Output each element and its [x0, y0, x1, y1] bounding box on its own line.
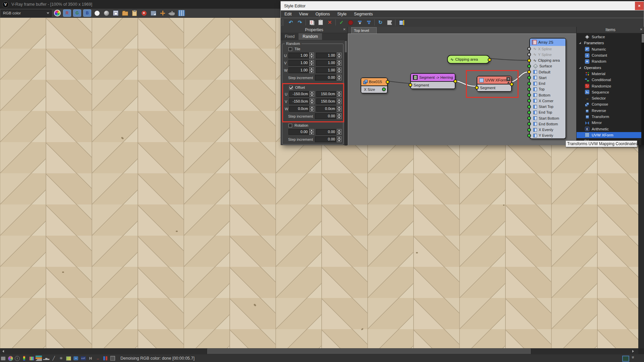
array-row-bottom[interactable]: Bottom — [530, 92, 566, 98]
spin-down[interactable] — [337, 139, 341, 142]
white-balance-button[interactable] — [93, 10, 101, 16]
offset-w-max-field[interactable]: 0.0cm — [316, 106, 336, 112]
array-row-y-evenly[interactable]: Y Evenly — [530, 133, 566, 138]
node-graph-canvas[interactable]: Box015 X Size Segment -> Herring Segment… — [348, 34, 576, 145]
panel-close-icon[interactable]: ✕ — [343, 27, 346, 31]
group-operators[interactable]: Operators — [577, 64, 644, 70]
preview-sphere-icon[interactable] — [7, 356, 13, 361]
input-pin-green[interactable] — [527, 122, 531, 126]
node-array-2s[interactable]: Array 2S ∿X Spline ∿Y Spline ∿Clipping a… — [529, 38, 566, 139]
spin-down[interactable] — [337, 70, 341, 73]
close-button[interactable]: ✕ — [635, 2, 644, 10]
refresh-button[interactable]: ↻ — [377, 19, 384, 26]
folder-icon[interactable] — [0, 356, 6, 361]
array-row-end[interactable]: End — [530, 81, 566, 86]
menu-segments[interactable]: Segments — [350, 10, 376, 18]
input-pin-green[interactable] — [527, 116, 531, 120]
item-uvw-xform-selected[interactable]: UVW XForm — [577, 132, 644, 138]
array-row-x-evenly[interactable]: X Evenly — [530, 127, 566, 133]
spin-up[interactable] — [337, 113, 341, 116]
apply-button[interactable]: ✓ — [338, 19, 345, 26]
offset-u-max-field[interactable]: 150.0cm — [316, 91, 336, 97]
histogram-icon[interactable]: ▂▅▃ — [43, 356, 49, 361]
render-last-button[interactable] — [168, 10, 176, 16]
input-pin-green[interactable] — [527, 128, 531, 132]
spin-up[interactable] — [337, 129, 341, 132]
array-row-top[interactable]: Top — [530, 86, 566, 92]
toolbar-grip[interactable] — [281, 19, 284, 26]
hsl-icon[interactable] — [29, 356, 35, 361]
offset-w-min-field[interactable]: 0.0cm — [289, 106, 309, 112]
group-parameters[interactable]: Parameters — [577, 40, 644, 46]
color-corrections-button[interactable] — [54, 10, 61, 16]
spin-down[interactable] — [309, 56, 314, 58]
item-material[interactable]: Material — [577, 71, 644, 77]
array-row-start-bottom[interactable]: Start Bottom — [530, 115, 566, 121]
input-pin-yellow[interactable] — [527, 70, 531, 74]
tile-w-max-field[interactable]: 1.00 — [316, 67, 336, 73]
node-segment-herringbone[interactable]: Segment -> Herring Segment — [410, 73, 455, 89]
input-pin-green[interactable] — [527, 134, 531, 137]
output-pin-yellow[interactable] — [488, 58, 491, 62]
paste-button[interactable] — [317, 19, 324, 26]
input-pin-green[interactable] — [527, 105, 531, 109]
array-row-x-spline[interactable]: ∿X Spline — [530, 46, 566, 52]
tab-random[interactable]: Random — [299, 33, 322, 40]
copy-button[interactable] — [308, 19, 315, 26]
stamp-icon[interactable] — [622, 356, 629, 362]
spin-down[interactable] — [310, 102, 314, 104]
input-pin-gray[interactable] — [527, 47, 531, 51]
items-scrollbar-thumb[interactable] — [642, 34, 644, 43]
input-pin-green[interactable] — [527, 111, 531, 114]
menu-style[interactable]: Style — [334, 10, 351, 18]
spin-down[interactable] — [309, 70, 314, 73]
rotation-max-field[interactable]: 0.00 — [316, 129, 336, 135]
spin-down[interactable] — [310, 94, 314, 97]
spin-up[interactable] — [309, 129, 314, 132]
tile-step-field[interactable]: 0.00 — [315, 75, 336, 80]
delete-button[interactable]: ✕ — [326, 19, 333, 26]
spin-up[interactable] — [337, 53, 341, 55]
tab-fixed[interactable]: Fixed — [281, 33, 299, 40]
redo-button[interactable]: ↷ — [297, 19, 303, 26]
panel-close-icon[interactable]: ✕ — [640, 27, 643, 31]
array-row-clipping-area[interactable]: ∿Clipping area — [530, 58, 566, 63]
item-mirror[interactable]: Mirror — [577, 120, 644, 126]
exposure-icon[interactable] — [36, 356, 42, 361]
item-reverse[interactable]: Reverse — [577, 108, 644, 114]
horizontal-scrollbar-thumb[interactable] — [207, 349, 531, 354]
spin-down[interactable] — [337, 56, 341, 58]
tile-u-max-field[interactable]: 1.00 — [316, 53, 336, 58]
properties-scrollbar[interactable] — [344, 40, 347, 145]
tab-top-level[interactable]: Top level — [351, 27, 377, 34]
output-pin-green[interactable] — [382, 87, 386, 91]
spin-up[interactable] — [337, 91, 341, 94]
input-pin-gray[interactable] — [527, 53, 531, 56]
spin-down[interactable] — [337, 78, 341, 80]
spin-down[interactable] — [337, 132, 341, 135]
tile-checkbox[interactable] — [288, 47, 292, 51]
undo-button[interactable]: ↶ — [287, 19, 294, 26]
tile-v-max-field[interactable]: 1.00 — [316, 60, 336, 66]
pixel-grid-icon[interactable] — [110, 356, 116, 361]
array-row-default[interactable]: Default — [530, 69, 566, 75]
tile-w-min-field[interactable]: 1.00 — [288, 67, 309, 73]
spin-up[interactable] — [337, 60, 341, 63]
offset-step-field[interactable]: 0.00 — [315, 113, 336, 119]
array-row-surface[interactable]: Surface — [530, 63, 566, 69]
input-pin-green[interactable] — [527, 64, 531, 68]
array-row-start[interactable]: Start — [530, 75, 566, 80]
spin-down[interactable] — [337, 116, 341, 119]
item-transform[interactable]: Transform — [577, 114, 644, 120]
item-randomize[interactable]: Randomize — [577, 83, 644, 89]
scroll-right-arrow[interactable] — [631, 349, 635, 353]
info-icon[interactable]: i — [15, 356, 20, 361]
spin-up[interactable] — [337, 106, 341, 109]
item-conditional[interactable]: Conditional — [577, 77, 644, 83]
output-pin-yellow[interactable] — [386, 80, 389, 84]
properties-scrollbar-thumb[interactable] — [345, 41, 347, 52]
item-numeric[interactable]: X²Numeric — [577, 46, 644, 52]
node-box015[interactable]: Box015 X Size — [361, 77, 388, 94]
curves-icon[interactable]: ╱ — [51, 356, 57, 361]
copy-clipboard-button[interactable] — [131, 10, 138, 16]
